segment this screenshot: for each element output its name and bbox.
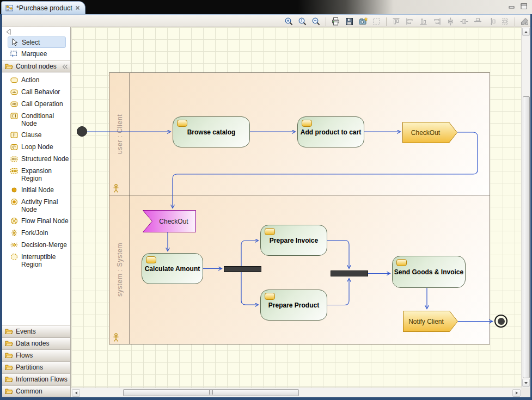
node-prepare-invoice[interactable]: Prepare Invoice	[260, 225, 327, 256]
partition-name: user : Client	[109, 73, 130, 195]
zoom-out-icon[interactable]	[310, 16, 322, 27]
folder-icon	[5, 376, 13, 383]
align-right-icon[interactable]	[431, 16, 443, 27]
partition-label-strip[interactable]: system : System	[109, 195, 130, 344]
node-initial[interactable]	[77, 126, 87, 137]
palette-item-call-behavior[interactable]: Call Behavior	[2, 86, 70, 98]
tool-label: Select	[22, 39, 40, 46]
palette-drawer-partitions[interactable]: Partitions	[2, 361, 70, 373]
print-icon[interactable]	[330, 16, 341, 27]
horizontal-scrollbar[interactable]	[71, 387, 521, 397]
structured-node-icon	[10, 155, 19, 163]
partition-label-strip[interactable]: user : Client	[109, 73, 130, 195]
distribute-horizontally-icon[interactable]	[458, 16, 470, 27]
diagram-canvas[interactable]: user : Client system : System	[71, 27, 521, 387]
minimize-icon[interactable]	[509, 3, 515, 9]
expansion-region-icon	[10, 167, 19, 175]
align-left-icon[interactable]	[404, 16, 415, 27]
palette-item-action[interactable]: Action	[2, 74, 70, 86]
window-border-bottom	[0, 397, 532, 400]
actor-icon	[113, 333, 119, 342]
folder-icon	[5, 364, 13, 371]
palette-drawer-data-nodes[interactable]: Data nodes	[2, 337, 70, 349]
palette-item-call-operation[interactable]: Call Operation	[2, 98, 70, 110]
palette-item-flow-final-node[interactable]: Flow Final Node	[2, 215, 70, 227]
maximize-icon[interactable]	[521, 3, 528, 10]
align-bottom-icon[interactable]	[418, 16, 429, 27]
match-width-icon[interactable]	[472, 16, 484, 27]
palette-tool-marquee[interactable]: Marquee	[8, 48, 66, 59]
node-activity-final[interactable]	[494, 315, 507, 328]
scrollbar-corner	[521, 387, 530, 397]
palette-drawer-common[interactable]: Common	[2, 385, 70, 397]
node-join[interactable]	[331, 270, 368, 276]
palette-drawer-events[interactable]: Events	[2, 325, 70, 337]
palette-item-structured-node[interactable]: Structured Node	[2, 153, 70, 165]
activity-final-node-icon	[10, 198, 19, 206]
open-folder-icon	[5, 63, 13, 70]
palette-item-clause[interactable]: Clause	[2, 129, 70, 141]
actor-icon	[113, 184, 119, 193]
zoom-in-icon[interactable]	[283, 16, 295, 27]
tab-title: *Purchase product	[16, 4, 72, 12]
node-checkout-send-signal[interactable]: CheckOut	[402, 122, 457, 143]
palette-item-initial-node[interactable]: Initial Node	[2, 184, 70, 196]
palette-item-decision-merge[interactable]: Decision-Merge	[2, 239, 70, 251]
vertical-scrollbar-thumb[interactable]	[523, 96, 530, 378]
auto-size-icon[interactable]	[499, 16, 511, 27]
horizontal-scrollbar-thumb[interactable]	[123, 389, 299, 397]
node-checkout-accept-event[interactable]: CheckOut	[143, 210, 196, 232]
palette-item-loop-node[interactable]: Loop Node	[2, 141, 70, 153]
palette-item-expansion-region[interactable]: Expansion Region	[2, 165, 70, 184]
select-cursor-icon	[10, 38, 19, 46]
thumb-grip	[209, 390, 213, 395]
node-browse-catalog[interactable]: Browse catalog	[173, 116, 250, 147]
palette-tool-select[interactable]: Select	[8, 36, 66, 48]
node-label: CheckOut	[159, 218, 188, 225]
collapse-palette-icon[interactable]	[5, 28, 11, 35]
match-height-icon[interactable]	[486, 16, 497, 27]
node-notify-client[interactable]: Notify Client	[403, 311, 458, 332]
toolbar-separator	[326, 17, 326, 26]
distribute-vertically-icon[interactable]	[445, 16, 456, 27]
action-badge-icon	[146, 256, 156, 263]
application-window: *Purchase product	[0, 0, 532, 400]
palette-drawer-flows[interactable]: Flows	[2, 349, 70, 361]
scroll-right-button[interactable]	[512, 389, 521, 397]
save-icon[interactable]	[344, 16, 355, 27]
call-operation-icon	[10, 100, 19, 108]
flow-final-node-icon	[10, 217, 19, 225]
palette-item-fork-join[interactable]: Fork/Join	[2, 227, 70, 239]
pin-drawer-icon[interactable]	[62, 64, 68, 69]
add-image-snapshot-icon[interactable]	[357, 16, 369, 27]
node-send-goods-invoice[interactable]: Send Goods & Invoice	[392, 256, 466, 288]
action-badge-icon	[265, 293, 275, 300]
scroll-down-button[interactable]	[522, 379, 530, 387]
toolbar-separator	[386, 17, 387, 26]
scroll-left-button[interactable]	[72, 389, 80, 397]
align-top-icon[interactable]	[390, 16, 402, 27]
vertical-scrollbar[interactable]	[521, 27, 530, 387]
folder-icon	[5, 340, 13, 347]
editor-tab-purchase-product[interactable]: *Purchase product	[1, 1, 85, 14]
marquee-selection-icon[interactable]	[371, 16, 382, 27]
node-fork[interactable]	[224, 266, 261, 272]
marquee-icon	[10, 50, 18, 58]
drawer-label: Control nodes	[16, 63, 57, 70]
partition-name: system : System	[109, 195, 130, 344]
palette-item-interruptible-region[interactable]: Interruptible Region	[2, 251, 70, 270]
clause-icon	[10, 131, 19, 139]
scroll-up-button[interactable]	[522, 28, 530, 36]
node-calculate-amount[interactable]: Calculate Amount	[142, 253, 203, 284]
action-icon	[10, 76, 19, 84]
zoom-actual-size-icon[interactable]	[297, 16, 308, 27]
palette-item-conditional-node[interactable]: Conditional Node	[2, 110, 70, 129]
palette-drawer-information-flows[interactable]: Information Flows	[2, 373, 70, 385]
folder-icon	[5, 328, 13, 335]
appearance-icon[interactable]	[519, 16, 530, 27]
palette-item-activity-final-node[interactable]: Activity Final Node	[2, 196, 70, 215]
node-prepare-product[interactable]: Prepare Product	[260, 290, 327, 321]
palette-drawer-control-nodes[interactable]: Control nodes	[2, 60, 70, 72]
close-tab-icon[interactable]	[75, 5, 80, 10]
node-add-product-to-cart[interactable]: Add product to cart	[297, 116, 364, 147]
